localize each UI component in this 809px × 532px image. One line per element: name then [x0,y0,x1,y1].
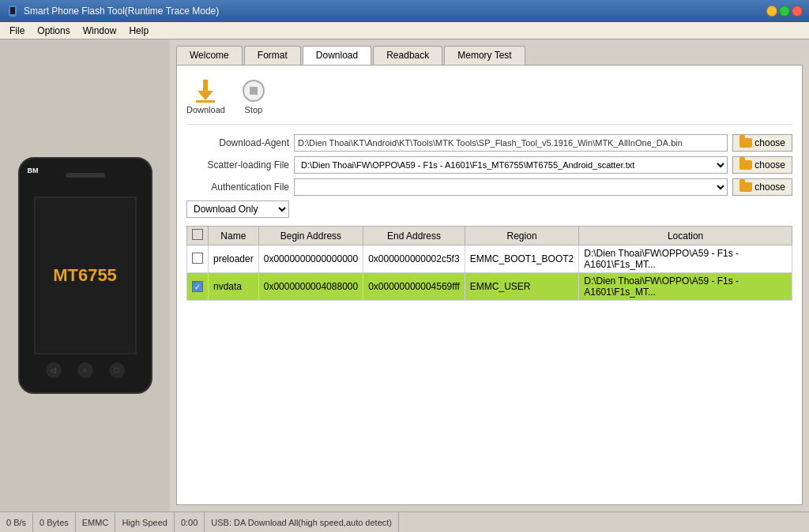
row1-end: 0x000000000002c5f3 [363,245,465,273]
scatter-label: Scatter-loading File [186,159,289,170]
phone-model: MT6755 [53,265,117,286]
tab-format[interactable]: Format [244,46,301,65]
auth-label: Authentication File [186,182,289,193]
stop-icon [241,78,266,103]
main-content: Download Stop Download-Agent ch [176,65,803,505]
col-header-name: Name [209,227,259,245]
download-agent-row: Download-Agent choose [186,134,792,152]
choose-label-3: choose [754,182,785,193]
svg-rect-1 [10,7,15,14]
phone-btn-home: ○ [77,362,93,378]
download-icon [193,78,218,103]
menu-file[interactable]: File [3,24,31,38]
table-row: ✓ nvdata 0x0000000004088000 0x0000000000… [187,273,792,301]
phone-btn-back: ◁ [46,362,62,378]
download-agent-input[interactable] [294,134,728,152]
row2-begin: 0x0000000004088000 [258,273,363,301]
status-connection: High Speed [115,512,175,532]
status-emmc: EMMC [76,512,116,532]
status-message: USB: DA Download All(high speed,auto det… [205,512,399,532]
files-table: Name Begin Address End Address Region Lo… [186,226,792,301]
phone-brand: BM [28,167,39,174]
tab-bar: Welcome Format Download Readback Memory … [176,46,803,65]
phone-speaker [66,173,105,178]
col-header-location: Location [579,227,792,245]
header-checkbox[interactable] [192,229,203,240]
svg-rect-5 [196,100,215,103]
tab-welcome[interactable]: Welcome [176,46,243,65]
row1-name: preloader [209,245,259,273]
choose-label-2: choose [754,159,785,170]
choose-label-1: choose [754,137,785,148]
table-row: preloader 0x0000000000000000 0x000000000… [187,245,792,273]
row2-location: D:\Dien Thoai\FW\OPPO\A59 - F1s - A1601\… [579,273,792,301]
status-time: 0:00 [175,512,205,532]
maximize-button[interactable] [779,6,790,17]
phone-screen: MT6755 [34,197,137,354]
folder-icon-1 [739,138,752,148]
tab-readback[interactable]: Readback [373,46,442,65]
svg-rect-3 [203,80,208,91]
row2-end: 0x00000000004569fff [363,273,465,301]
close-button[interactable] [792,6,803,17]
download-button[interactable]: Download [186,78,225,114]
row1-begin: 0x0000000000000000 [258,245,363,273]
phone-buttons: ◁ ○ □ [46,362,125,378]
toolbar: Download Stop [186,75,792,125]
stop-button[interactable]: Stop [241,78,266,114]
status-bytes: 0 Bytes [33,512,76,532]
row1-location: D:\Dien Thoai\FW\OPPO\A59 - F1s - A1601\… [579,245,792,273]
menu-bar: File Options Window Help [0,22,809,39]
auth-choose-button[interactable]: choose [732,178,792,196]
window-title: Smart Phone Flash Tool(Runtime Trace Mod… [24,6,762,17]
app-icon [6,5,19,17]
row2-name: nvdata [209,273,259,301]
window-controls [766,6,803,17]
title-bar: Smart Phone Flash Tool(Runtime Trace Mod… [0,0,809,22]
content-panel: Welcome Format Download Readback Memory … [170,39,809,511]
auth-row: Authentication File choose [186,178,792,196]
download-label: Download [186,105,225,114]
row1-checkbox-cell[interactable] [187,245,209,273]
col-header-begin: Begin Address [258,227,363,245]
svg-point-2 [12,14,13,16]
minimize-button[interactable] [766,6,777,17]
menu-window[interactable]: Window [77,24,123,38]
row1-checkbox[interactable] [192,253,203,264]
phone-btn-recent: □ [109,362,125,378]
tab-memory-test[interactable]: Memory Test [444,46,525,65]
mode-dropdown[interactable]: Download Only [186,200,289,218]
scatter-select[interactable]: D:\Dien Thoai\FW\OPPO\A59 - F1s - A1601\… [294,156,728,174]
phone-body: BM MT6755 ◁ ○ □ [18,157,152,394]
row1-region: EMMC_BOOT1_BOOT2 [465,245,578,273]
folder-icon-3 [739,182,752,192]
menu-options[interactable]: Options [31,24,76,38]
row2-checkbox-cell[interactable]: ✓ [187,273,209,301]
phone-panel: BM MT6755 ◁ ○ □ [0,39,170,511]
download-agent-label: Download-Agent [186,137,289,148]
col-header-end: End Address [363,227,465,245]
main-layout: BM MT6755 ◁ ○ □ Welcome Format Download … [0,39,809,511]
status-bar: 0 B/s 0 Bytes EMMC High Speed 0:00 USB: … [0,511,809,532]
status-speed: 0 B/s [0,512,33,532]
col-header-region: Region [465,227,578,245]
menu-help[interactable]: Help [122,24,155,38]
svg-marker-4 [198,91,213,100]
auth-select[interactable] [294,178,728,196]
col-header-checkbox [187,227,209,245]
scatter-choose-button[interactable]: choose [732,156,792,174]
row2-checkbox[interactable]: ✓ [192,281,203,292]
dropdown-row: Download Only [186,200,792,218]
row2-region: EMMC_USER [465,273,578,301]
folder-icon-2 [739,160,752,170]
scatter-row: Scatter-loading File D:\Dien Thoai\FW\OP… [186,156,792,174]
tab-download[interactable]: Download [303,46,371,65]
download-agent-choose-button[interactable]: choose [732,134,792,152]
stop-label: Stop [245,105,263,114]
